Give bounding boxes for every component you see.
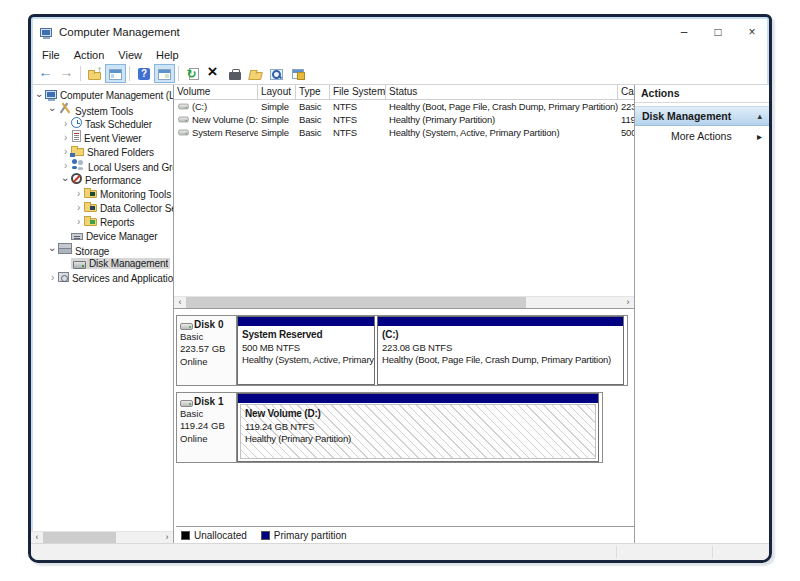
cell-text: 119.24 GB xyxy=(621,114,634,125)
forward-button[interactable] xyxy=(56,64,77,83)
collapse-chevron-icon[interactable]: ▴ xyxy=(757,111,762,121)
volume-scroll-track[interactable] xyxy=(186,297,622,308)
expander-right-icon[interactable]: › xyxy=(60,160,71,171)
cell-text: System Reserved xyxy=(192,127,258,138)
tree-item-label: Monitoring Tools xyxy=(100,189,171,200)
up-one-level-button[interactable] xyxy=(84,64,105,83)
partition-name: System Reserved xyxy=(242,328,370,342)
properties-button[interactable] xyxy=(224,64,245,83)
more-actions-item[interactable]: More Actions ▸ xyxy=(635,126,769,146)
tree-item-content: Shared Folders xyxy=(71,144,154,158)
sidebar-item-reports[interactable]: ›Reports xyxy=(31,214,173,228)
column-header-capacity[interactable]: Capacity xyxy=(618,85,634,99)
scroll-left-icon[interactable]: ‹ xyxy=(31,532,43,543)
partition-name: New Volume (D:) xyxy=(245,407,591,421)
sidebar-item-system-tools[interactable]: ›System Tools xyxy=(31,102,173,116)
partition[interactable]: (C:)223.08 GB NTFSHealthy (Boot, Page Fi… xyxy=(377,316,624,385)
expander-right-icon[interactable]: › xyxy=(73,202,84,213)
column-header-layout[interactable]: Layout xyxy=(258,85,296,99)
scroll-right-icon[interactable]: › xyxy=(622,297,634,308)
cell-text: Simple xyxy=(261,114,289,125)
disk-kind: Basic xyxy=(180,408,233,420)
open-button[interactable] xyxy=(245,64,266,83)
tree-item-content: Data Collector Sets xyxy=(84,200,173,214)
sidebar-item-computer-management-local[interactable]: ›Computer Management (Local) xyxy=(31,88,173,102)
volume-list-pane: VolumeLayoutTypeFile SystemStatusCapacit… xyxy=(174,85,634,309)
back-icon xyxy=(39,67,53,80)
sidebar-item-task-scheduler[interactable]: ›Task Scheduler xyxy=(31,116,173,130)
expander-right-icon[interactable]: › xyxy=(60,118,71,129)
cell-layout: Simple xyxy=(258,101,296,112)
column-header-type[interactable]: Type xyxy=(296,85,330,99)
cell-capacity: 500 MB xyxy=(618,127,634,138)
toolbar-separator xyxy=(129,66,130,81)
cell-text: Healthy (Primary Partition) xyxy=(389,114,495,125)
disk-rows: Disk 0Basic223.57 GBOnlineSystem Reserve… xyxy=(176,315,634,469)
menu-action[interactable]: Action xyxy=(67,48,112,62)
primary-partition-color-bar xyxy=(238,317,374,326)
computer-management-window: Computer Management – □ × FileActionView… xyxy=(28,14,772,563)
sidebar-item-shared-folders[interactable]: ›Shared Folders xyxy=(31,144,173,158)
volume-scroll-thumb[interactable] xyxy=(186,297,526,308)
expander-down-icon[interactable]: › xyxy=(47,104,58,115)
partition[interactable]: New Volume (D:)119.24 GB NTFSHealthy (Pr… xyxy=(237,393,599,462)
menu-file[interactable]: File xyxy=(35,48,67,62)
table-row[interactable]: System ReservedSimpleBasicNTFSHealthy (S… xyxy=(174,126,634,139)
sidebar-item-monitoring-tools[interactable]: ›Monitoring Tools xyxy=(31,186,173,200)
view-button[interactable] xyxy=(266,64,287,83)
expander-down-icon[interactable]: › xyxy=(34,90,45,101)
window-controls: – □ × xyxy=(667,17,769,46)
minimize-button[interactable]: – xyxy=(667,17,701,46)
expander-right-icon[interactable]: › xyxy=(73,188,84,199)
partition-status: Healthy (Boot, Page File, Crash Dump, Pr… xyxy=(382,354,619,367)
expander-right-icon[interactable]: › xyxy=(47,272,58,283)
disk-partitions: System Reserved500 MB NTFSHealthy (Syste… xyxy=(237,316,624,385)
tree-scroll-track[interactable] xyxy=(43,532,161,543)
cell-text: Healthy (Boot, Page File, Crash Dump, Pr… xyxy=(389,101,618,112)
show-action-pane-button[interactable] xyxy=(154,64,175,83)
disk-label[interactable]: Disk 0Basic223.57 GBOnline xyxy=(177,316,237,385)
tree-item-label: Local Users and Groups xyxy=(88,162,173,173)
tree-item-content: System Tools xyxy=(58,102,133,117)
volume-horizontal-scrollbar[interactable]: ‹ › xyxy=(174,296,634,308)
sidebar-item-device-manager[interactable]: Device Manager xyxy=(31,228,173,242)
expander-right-icon[interactable]: › xyxy=(73,216,84,227)
disk-label[interactable]: Disk 1Basic119.24 GBOnline xyxy=(177,393,237,462)
expander-down-icon[interactable]: › xyxy=(60,174,71,185)
partition[interactable]: System Reserved500 MB NTFSHealthy (Syste… xyxy=(237,316,375,385)
back-button[interactable] xyxy=(35,64,56,83)
column-header-volume[interactable]: Volume xyxy=(174,85,258,99)
help-topics-icon xyxy=(138,68,150,80)
sidebar-item-services-and-applications[interactable]: ›Services and Applications xyxy=(31,270,173,284)
expander-right-icon[interactable]: › xyxy=(60,132,71,143)
close-button[interactable]: × xyxy=(735,17,769,46)
column-header-status[interactable]: Status xyxy=(386,85,618,99)
table-row[interactable]: (C:)SimpleBasicNTFSHealthy (Boot, Page F… xyxy=(174,100,634,113)
sidebar-item-disk-management[interactable]: Disk Management xyxy=(31,256,173,270)
refresh-button[interactable] xyxy=(182,64,203,83)
sidebar-item-local-users-and-groups[interactable]: ›Local Users and Groups xyxy=(31,158,173,172)
console-help-button[interactable] xyxy=(287,64,308,83)
help-topics-button[interactable] xyxy=(133,64,154,83)
sidebar-item-storage[interactable]: ›Storage xyxy=(31,242,173,256)
menu-help[interactable]: Help xyxy=(149,48,186,62)
tree-horizontal-scrollbar[interactable]: ‹ › xyxy=(31,531,173,543)
actions-group-disk-management[interactable]: Disk Management ▴ xyxy=(635,106,769,126)
cell-file_system: NTFS xyxy=(330,101,386,112)
sidebar-item-event-viewer[interactable]: ›Event Viewer xyxy=(31,130,173,144)
table-row[interactable]: New Volume (D:)SimpleBasicNTFSHealthy (P… xyxy=(174,113,634,126)
scroll-right-icon[interactable]: › xyxy=(161,532,173,543)
cell-file_system: NTFS xyxy=(330,114,386,125)
delete-button[interactable] xyxy=(203,64,224,83)
sidebar-item-performance[interactable]: ›Performance xyxy=(31,172,173,186)
disk-icon xyxy=(180,400,193,407)
show-console-tree-button[interactable] xyxy=(105,64,126,83)
tree-scroll-thumb[interactable] xyxy=(43,532,116,543)
scroll-left-icon[interactable]: ‹ xyxy=(174,297,186,308)
menu-view[interactable]: View xyxy=(111,48,149,62)
open-icon xyxy=(248,72,263,80)
maximize-button[interactable]: □ xyxy=(701,17,735,46)
column-header-file-system[interactable]: File System xyxy=(330,85,386,99)
expander-down-icon[interactable]: › xyxy=(47,244,58,255)
sidebar-item-data-collector-sets[interactable]: ›Data Collector Sets xyxy=(31,200,173,214)
